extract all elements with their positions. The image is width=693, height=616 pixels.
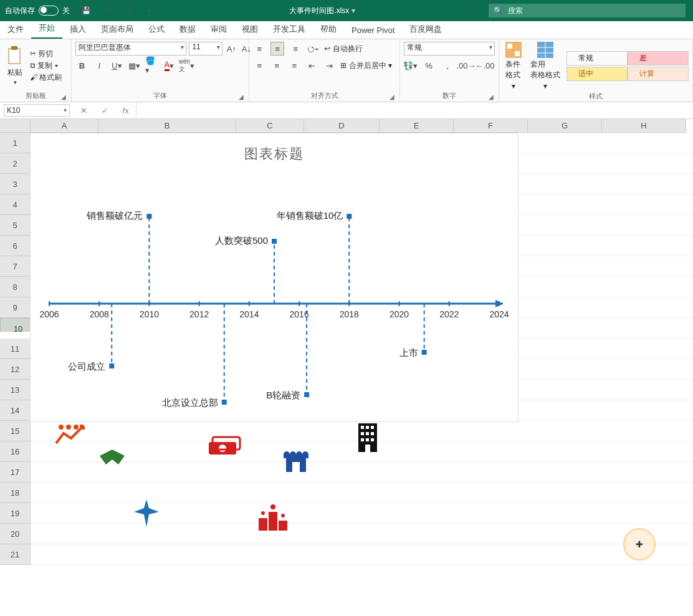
save-icon[interactable]: 💾 xyxy=(80,4,92,17)
tab-百度网盘[interactable]: 百度网盘 xyxy=(402,21,449,39)
increase-indent-icon[interactable]: ⇥ xyxy=(323,59,335,72)
col-header-H[interactable]: H xyxy=(602,119,686,133)
paste-button[interactable]: 粘贴▾ xyxy=(4,46,26,85)
enter-formula-icon[interactable]: ✓ xyxy=(102,106,108,115)
cell-style-normal[interactable]: 常规 xyxy=(566,51,628,65)
underline-button[interactable]: U▾ xyxy=(110,59,123,72)
row-header-5[interactable]: 5 xyxy=(0,215,31,236)
align-top-icon[interactable]: ≡ xyxy=(253,42,265,55)
tab-文件[interactable]: 文件 xyxy=(0,21,31,39)
orientation-icon[interactable]: ⭯▾ xyxy=(307,42,319,55)
row-header-20[interactable]: 20 xyxy=(0,524,31,544)
building-icon[interactable] xyxy=(358,423,377,452)
row-header-19[interactable]: 19 xyxy=(0,503,31,524)
number-format-select[interactable]: 常规 xyxy=(404,42,495,55)
merge-center-button[interactable]: ⊞ 合并后居中 ▾ xyxy=(340,60,392,71)
accounting-format-icon[interactable]: 💱▾ xyxy=(404,59,416,72)
tab-页面布局[interactable]: 页面布局 xyxy=(93,21,141,39)
tab-插入[interactable]: 插入 xyxy=(62,21,93,39)
col-header-G[interactable]: G xyxy=(528,119,602,133)
col-header-F[interactable]: F xyxy=(454,119,528,133)
col-header-A[interactable]: A xyxy=(31,119,98,133)
font-name-select[interactable]: 阿里巴巴普惠体 xyxy=(75,42,186,55)
row-header-15[interactable]: 15 xyxy=(0,421,31,441)
align-left-icon[interactable]: ≡ xyxy=(253,59,265,72)
cut-button[interactable]: ✂ 剪切 xyxy=(30,49,62,59)
col-header-D[interactable]: D xyxy=(304,119,380,133)
toggle-pill[interactable] xyxy=(39,6,59,16)
align-center-icon[interactable]: ≡ xyxy=(270,59,283,72)
tab-公式[interactable]: 公式 xyxy=(141,21,172,39)
increase-decimal-icon[interactable]: .00→ xyxy=(460,59,472,72)
row-header-7[interactable]: 7 xyxy=(0,256,31,277)
embedded-chart[interactable]: 图表标题 20062008201020122014201620182020202… xyxy=(30,133,519,422)
bold-button[interactable]: B xyxy=(75,59,88,72)
copy-button[interactable]: ⧉ 复制 ▾ xyxy=(30,60,62,71)
align-right-icon[interactable]: ≡ xyxy=(288,59,300,72)
storefront-icon[interactable] xyxy=(284,451,308,472)
formula-bar[interactable] xyxy=(136,102,693,118)
row-header-17[interactable]: 17 xyxy=(0,462,31,483)
row-header-16[interactable]: 16 xyxy=(0,441,31,462)
cell-style-neutral[interactable]: 适中 xyxy=(566,67,628,81)
cell-style-calc[interactable]: 计算 xyxy=(628,67,689,81)
redo-icon[interactable]: ↷ xyxy=(122,4,135,17)
dialog-launcher-icon[interactable]: ◢ xyxy=(239,94,244,100)
worksheet-grid[interactable]: ABCDEFGH 1234567891011121314151617181920… xyxy=(0,119,693,565)
format-as-table-button[interactable]: 套用 表格格式▾ xyxy=(528,42,563,90)
airplane-icon[interactable] xyxy=(134,499,159,527)
conditional-format-button[interactable]: 条件格式▾ xyxy=(503,42,524,90)
border-button[interactable]: ▦▾ xyxy=(128,59,140,72)
row-header-21[interactable]: 21 xyxy=(0,544,31,565)
cancel-formula-icon[interactable]: ✕ xyxy=(80,106,87,115)
row-header-6[interactable]: 6 xyxy=(0,236,31,256)
align-middle-icon[interactable]: ≡ xyxy=(270,42,284,55)
fill-color-button[interactable]: 🪣▾ xyxy=(145,59,158,72)
name-box[interactable]: K10 xyxy=(4,104,70,117)
percent-format-icon[interactable]: % xyxy=(423,59,435,72)
tab-数据[interactable]: 数据 xyxy=(172,21,203,39)
tab-视图[interactable]: 视图 xyxy=(234,21,265,39)
dialog-launcher-icon[interactable]: ◢ xyxy=(390,94,394,100)
wrap-text-button[interactable]: ↩ 自动换行 xyxy=(324,44,362,54)
tab-帮助[interactable]: 帮助 xyxy=(313,21,344,39)
row-header-2[interactable]: 2 xyxy=(0,153,31,174)
cell-style-bad[interactable]: 差 xyxy=(628,51,689,65)
row-header-4[interactable]: 4 xyxy=(0,195,31,215)
row-header-18[interactable]: 18 xyxy=(0,483,31,503)
row-header-11[interactable]: 11 xyxy=(0,339,31,359)
col-header-E[interactable]: E xyxy=(380,119,454,133)
tab-开发工具[interactable]: 开发工具 xyxy=(265,21,313,39)
dialog-launcher-icon[interactable]: ◢ xyxy=(61,94,66,100)
row-header-3[interactable]: 3 xyxy=(0,174,31,195)
select-all-corner[interactable] xyxy=(0,119,31,133)
tab-开始[interactable]: 开始 xyxy=(31,20,62,39)
row-header-14[interactable]: 14 xyxy=(0,400,31,421)
align-bottom-icon[interactable]: ≡ xyxy=(289,42,302,55)
col-header-B[interactable]: B xyxy=(98,119,236,133)
row-header-8[interactable]: 8 xyxy=(0,277,31,297)
row-header-12[interactable]: 12 xyxy=(0,359,31,380)
decrease-indent-icon[interactable]: ⇤ xyxy=(305,59,318,72)
font-color-button[interactable]: A▾ xyxy=(163,59,175,72)
cash-icon[interactable] xyxy=(209,437,240,455)
autosave-toggle[interactable]: 自动保存 关 xyxy=(5,6,70,16)
increase-font-icon[interactable]: A↑ xyxy=(225,42,237,55)
tab-审阅[interactable]: 审阅 xyxy=(203,21,234,39)
qat-more-icon[interactable]: ▾ xyxy=(143,4,156,17)
podium-icon[interactable] xyxy=(259,504,287,531)
format-painter-button[interactable]: 🖌 格式刷 xyxy=(30,72,62,83)
italic-button[interactable]: I xyxy=(93,59,105,72)
decrease-decimal-icon[interactable]: ←.00 xyxy=(479,59,491,72)
font-size-select[interactable]: 11 xyxy=(189,42,222,55)
col-header-C[interactable]: C xyxy=(236,119,304,133)
row-header-13[interactable]: 13 xyxy=(0,380,31,400)
undo-icon[interactable]: ↶ xyxy=(101,4,113,17)
row-header-1[interactable]: 1 xyxy=(0,133,31,153)
search-box[interactable]: 🔍 搜索 xyxy=(489,4,686,17)
dialog-launcher-icon[interactable]: ◢ xyxy=(489,94,494,100)
phonetic-button[interactable]: wén文▾ xyxy=(180,59,193,72)
comma-format-icon[interactable]: , xyxy=(441,59,454,72)
people-growth-icon[interactable] xyxy=(56,425,84,443)
row-header-9[interactable]: 9 xyxy=(0,297,31,318)
